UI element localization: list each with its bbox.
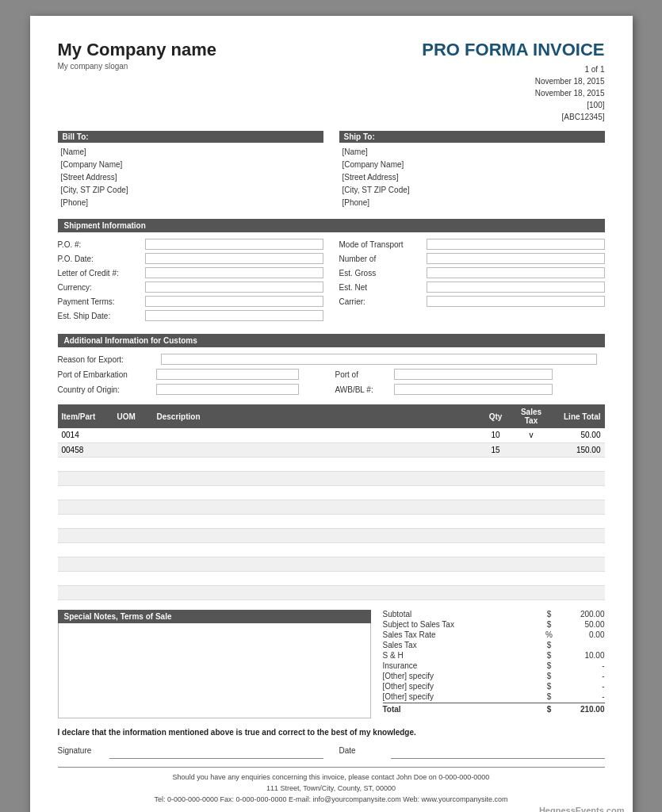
awb-label: AWB/BL #: (335, 385, 391, 394)
customs-section: Additional Information for Customs Reaso… (58, 334, 605, 395)
insurance-label: Insurance (383, 661, 541, 670)
other2-label: [Other] specify (383, 682, 541, 691)
cell-qty (478, 514, 514, 528)
subtotal-label: Subtotal (383, 610, 541, 619)
cell-item (58, 457, 113, 471)
number-of-input[interactable] (427, 253, 605, 264)
cell-uom (113, 514, 153, 528)
sig-line[interactable] (109, 743, 323, 759)
footer-line1: Should you have any enquiries concerning… (58, 772, 605, 783)
other2-sym: $ (541, 682, 557, 691)
notes-content[interactable] (58, 623, 371, 718)
reason-input[interactable] (161, 354, 597, 365)
bill-to-box: Bill To: [Name] [Company Name] [Street A… (58, 131, 323, 209)
ship-to-box: Ship To: [Name] [Company Name] [Street A… (339, 131, 605, 209)
carrier-input[interactable] (427, 296, 605, 307)
col-header-desc: Description (153, 404, 478, 428)
currency-input[interactable] (145, 282, 323, 293)
table-row: 00458 15 150.00 (58, 442, 605, 457)
watermark: HegnessEvents.com (539, 806, 625, 812)
sig-box: Signature (58, 743, 323, 759)
totals-other3: [Other] specify $ - (383, 692, 605, 701)
sh-val: 10.00 (557, 651, 605, 660)
table-row (58, 585, 605, 599)
cell-qty (478, 571, 514, 585)
totals-total: Total $ 210.00 (383, 703, 605, 714)
embark-input[interactable] (156, 369, 299, 380)
cell-uom (113, 557, 153, 571)
date-line[interactable] (391, 743, 605, 759)
awb-input[interactable] (394, 384, 553, 395)
lc-input[interactable] (145, 267, 323, 278)
cell-qty (478, 542, 514, 557)
po-num-label: P.O. #: (58, 240, 145, 249)
invoice-header-right: PRO FORMA INVOICE 1 of 1 November 18, 20… (422, 40, 604, 123)
field-payment: Payment Terms: (58, 296, 323, 307)
cell-total (549, 557, 605, 571)
bill-to-content: [Name] [Company Name] [Street Address] [… (58, 146, 323, 209)
customs-header: Additional Information for Customs (58, 334, 605, 347)
number-of-label: Number of (339, 255, 427, 263)
customs-country: Country of Origin: (58, 384, 327, 395)
country-label: Country of Origin: (58, 385, 153, 394)
ship-to-phone: [Phone] (342, 197, 605, 209)
subtotal-sym: $ (541, 610, 557, 619)
table-row: 0014 10 v 50.00 (58, 428, 605, 442)
payment-label: Payment Terms: (58, 297, 145, 306)
po-num-input[interactable] (145, 239, 323, 250)
embark-label: Port of Embarkation (58, 370, 153, 379)
other2-val: - (557, 682, 605, 691)
totals-rate: Sales Tax Rate % 0.00 (383, 630, 605, 639)
cell-total (549, 471, 605, 485)
cell-uom (113, 585, 153, 599)
ship-to-content: [Name] [Company Name] [Street Address] [… (339, 146, 605, 209)
table-row (58, 500, 605, 514)
port-input[interactable] (394, 369, 553, 380)
cell-tax (514, 500, 549, 514)
header: My Company name My company slogan PRO FO… (58, 40, 605, 123)
totals-subtotal: Subtotal $ 200.00 (383, 610, 605, 619)
cell-item (58, 557, 113, 571)
ship-to-company: [Company Name] (342, 159, 605, 171)
tax-label: Sales Tax (383, 641, 541, 649)
footer-line3: Tel: 0-000-000-0000 Fax: 0-000-000-0000 … (58, 794, 605, 805)
cell-item: 0014 (58, 428, 113, 442)
ship-date-input[interactable] (145, 310, 323, 321)
payment-input[interactable] (145, 296, 323, 307)
cell-item: 00458 (58, 442, 113, 457)
est-gross-input[interactable] (427, 267, 605, 278)
cell-uom (113, 457, 153, 471)
field-po-date: P.O. Date: (58, 253, 323, 264)
totals-subject: Subject to Sales Tax $ 50.00 (383, 620, 605, 629)
po-date-input[interactable] (145, 253, 323, 264)
cell-tax (514, 457, 549, 471)
cell-item (58, 514, 113, 528)
country-input[interactable] (156, 384, 299, 395)
company-name: My Company name (58, 40, 217, 60)
customs-awb: AWB/BL #: (335, 384, 605, 395)
insurance-val: - (557, 661, 605, 670)
declaration: I declare that the information mentioned… (58, 728, 605, 737)
table-row (58, 471, 605, 485)
mode-input[interactable] (427, 239, 605, 250)
field-est-gross: Est. Gross (339, 267, 605, 278)
customs-port: Port of (335, 369, 605, 380)
other3-sym: $ (541, 692, 557, 701)
port-label: Port of (335, 370, 391, 379)
invoice-number2: [ABC12345] (422, 111, 604, 123)
cell-total (549, 528, 605, 542)
notes-header: Special Notes, Terms of Sale (58, 610, 371, 623)
table-row (58, 528, 605, 542)
cell-uom (113, 542, 153, 557)
est-net-input[interactable] (427, 282, 605, 293)
customs-two-col-1: Port of Embarkation Port of (58, 369, 605, 380)
cell-desc (153, 500, 478, 514)
col-header-uom: UOM (113, 404, 153, 428)
cell-item (58, 571, 113, 585)
other1-sym: $ (541, 672, 557, 680)
cell-qty (478, 557, 514, 571)
other3-val: - (557, 692, 605, 701)
invoice-date2: November 18, 2015 (422, 87, 604, 99)
subtotal-val: 200.00 (557, 610, 605, 619)
lc-label: Letter of Credit #: (58, 269, 145, 278)
